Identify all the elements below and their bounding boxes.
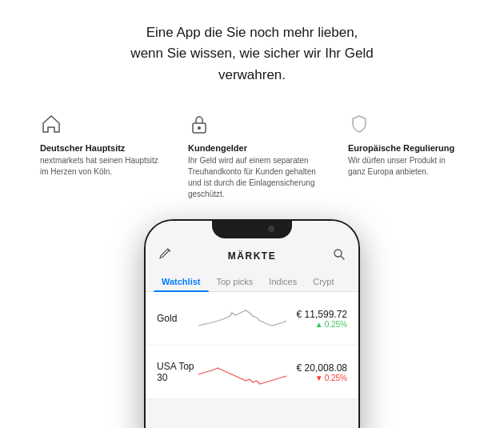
stock-values-gold: € 11,599.72 ▲ 0.25% bbox=[286, 309, 347, 329]
home-icon bbox=[40, 113, 62, 138]
stock-change-usa: ▼ 0.25% bbox=[286, 374, 347, 382]
app-content: Gold € 11,599.72 ▲ 0.25% bbox=[146, 292, 358, 399]
stock-name-gold: Gold bbox=[157, 313, 198, 324]
tab-top-picks[interactable]: Top picks bbox=[209, 270, 262, 291]
tab-watchlist[interactable]: Watchlist bbox=[154, 270, 209, 291]
phone-notch bbox=[212, 219, 292, 238]
stock-price-gold: € 11,599.72 bbox=[286, 309, 347, 320]
hero-line2: wenn Sie wissen, wie sicher wir Ihr Geld bbox=[48, 43, 456, 64]
hero-section: Eine App die Sie noch mehr lieben, wenn … bbox=[0, 0, 504, 102]
down-arrow-icon: ▼ bbox=[315, 374, 323, 382]
feature-kundengelder: Kundengelder Ihr Geld wird auf einem sep… bbox=[188, 113, 324, 200]
stock-name-usa: USA Top 30 bbox=[157, 361, 198, 383]
notch-camera bbox=[268, 226, 274, 232]
stock-chart-usa bbox=[198, 357, 286, 387]
edit-icon[interactable] bbox=[158, 248, 171, 264]
app-tabs: Watchlist Top picks Indices Crypt bbox=[146, 270, 358, 292]
phone-frame: MÄRKTE Watchlist Top picks Indices Crypt bbox=[144, 219, 360, 428]
hero-line1: Eine App die Sie noch mehr lieben, bbox=[48, 22, 456, 43]
stock-row-usa: USA Top 30 € 20,008.08 ▼ 0.25% bbox=[146, 346, 358, 399]
up-arrow-icon: ▲ bbox=[315, 320, 323, 329]
stock-row-gold: Gold € 11,599.72 ▲ 0.25% bbox=[146, 292, 358, 346]
search-icon[interactable] bbox=[333, 248, 346, 264]
tab-indices[interactable]: Indices bbox=[261, 270, 305, 291]
feature-hauptsitz-desc: nextmarkets hat seinen Hauptsitz im Herz… bbox=[40, 155, 164, 178]
phone-mockup: MÄRKTE Watchlist Top picks Indices Crypt bbox=[0, 219, 504, 428]
feature-regulierung-desc: Wir dürfen unser Produkt in ganz Europa … bbox=[348, 155, 464, 178]
stock-chart-gold bbox=[198, 303, 286, 334]
svg-line-3 bbox=[341, 257, 344, 260]
tab-crypto[interactable]: Crypt bbox=[305, 270, 342, 291]
svg-point-1 bbox=[198, 126, 201, 130]
feature-kundengelder-title: Kundengelder bbox=[188, 143, 247, 153]
stock-values-usa: € 20,008.08 ▼ 0.25% bbox=[286, 362, 347, 382]
features-section: Deutscher Hauptsitz nextmarkets hat sein… bbox=[0, 102, 504, 211]
phone-screen: MÄRKTE Watchlist Top picks Indices Crypt bbox=[146, 221, 358, 428]
stock-price-usa: € 20,008.08 bbox=[286, 362, 347, 374]
shield-icon bbox=[348, 113, 370, 138]
stock-change-gold: ▲ 0.25% bbox=[286, 320, 347, 329]
feature-hauptsitz-title: Deutscher Hauptsitz bbox=[40, 143, 125, 153]
feature-regulierung: Europäische Regulierung Wir dürfen unser… bbox=[348, 113, 464, 200]
lock-icon bbox=[188, 113, 210, 138]
svg-point-2 bbox=[334, 250, 342, 257]
hero-line3: verwahren. bbox=[48, 65, 456, 86]
feature-hauptsitz: Deutscher Hauptsitz nextmarkets hat sein… bbox=[40, 113, 164, 200]
feature-regulierung-title: Europäische Regulierung bbox=[348, 143, 454, 153]
app-title: MÄRKTE bbox=[228, 250, 276, 262]
feature-kundengelder-desc: Ihr Geld wird auf einem separaten Treuha… bbox=[188, 155, 324, 200]
